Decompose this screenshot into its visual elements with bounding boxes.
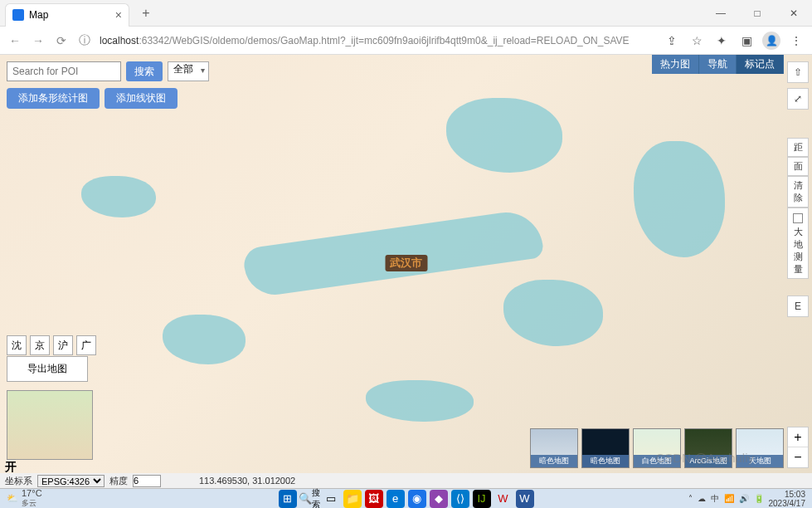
windows-taskbar: ⛅ 17°C 多云 ⊞ 🔍 搜索 ▭ 📁 🖼 e ◉ ◆ ⟨⟩ IJ W W ˄… bbox=[0, 488, 812, 508]
basemap-dark1[interactable]: 暗色地图 bbox=[530, 428, 578, 468]
close-window-icon[interactable]: ✕ bbox=[776, 0, 812, 27]
clear-tool[interactable]: 清除 bbox=[787, 176, 809, 208]
vscode-icon[interactable]: ⟨⟩ bbox=[451, 490, 469, 508]
lake bbox=[163, 315, 246, 364]
area-tool[interactable]: 面 bbox=[787, 157, 809, 176]
city-beijing[interactable]: 京 bbox=[30, 335, 50, 355]
profile-avatar[interactable]: 👤 bbox=[762, 32, 780, 50]
back-icon[interactable]: ← bbox=[7, 34, 23, 47]
tray-arrow-icon[interactable]: ˄ bbox=[688, 494, 693, 503]
city-shenyang[interactable]: 沈 bbox=[7, 335, 27, 355]
overview-map[interactable] bbox=[7, 390, 93, 460]
precision-input[interactable] bbox=[133, 475, 161, 487]
geodesic-label: 大地测量 bbox=[794, 227, 803, 274]
volume-icon[interactable]: 🔊 bbox=[739, 494, 749, 503]
watermark: CSDN @Anchuliy bbox=[655, 451, 754, 465]
coordinates-readout: 113.469530, 31.012002 bbox=[199, 476, 295, 486]
window-titlebar: Map × + — □ ✕ bbox=[0, 0, 812, 27]
intellij-icon[interactable]: IJ bbox=[473, 490, 491, 508]
distance-tool[interactable]: 距 bbox=[787, 138, 809, 157]
search-input[interactable] bbox=[7, 61, 121, 81]
onedrive-icon[interactable]: ☁ bbox=[698, 494, 706, 503]
task-view-icon[interactable]: ▭ bbox=[322, 490, 340, 508]
clock-date: 2023/4/17 bbox=[769, 499, 806, 508]
minimize-icon[interactable]: — bbox=[703, 0, 739, 27]
lake bbox=[634, 141, 725, 257]
url-field[interactable]: localhost:63342/WebGIS/oldemo/demos/GaoM… bbox=[100, 35, 656, 46]
explorer-icon[interactable]: 📁 bbox=[343, 490, 362, 508]
favicon bbox=[12, 9, 24, 21]
weather-condition: 多云 bbox=[22, 498, 42, 508]
lake bbox=[81, 176, 156, 217]
new-tab-button[interactable]: + bbox=[134, 2, 158, 25]
taskbar-search[interactable]: 🔍 搜索 bbox=[300, 490, 318, 508]
basemap-label: 暗色地图 bbox=[531, 455, 577, 467]
photos-icon[interactable]: 🖼 bbox=[365, 490, 383, 508]
lake bbox=[503, 280, 603, 346]
map-layer-tabs: 热力图 导航 标记点 bbox=[652, 55, 784, 74]
fullscreen-icon[interactable]: ⤢ bbox=[787, 88, 809, 110]
wps-icon[interactable]: W bbox=[494, 490, 513, 508]
precision-label: 精度 bbox=[109, 475, 128, 487]
city-shanghai[interactable]: 沪 bbox=[53, 335, 73, 355]
url-path: :63342/WebGIS/oldemo/demos/GaoMap.html?_… bbox=[139, 35, 629, 46]
geodesic-checkbox[interactable] bbox=[793, 213, 803, 223]
extensions-icon[interactable]: ✦ bbox=[712, 34, 731, 47]
export-map-button[interactable]: 导出地图 bbox=[7, 356, 88, 382]
url-host: localhost bbox=[100, 35, 139, 46]
weather-icon[interactable]: ⛅ bbox=[7, 493, 18, 504]
ime-indicator[interactable]: 中 bbox=[711, 493, 719, 505]
share-icon[interactable]: ⇪ bbox=[663, 34, 681, 47]
basemap-dark2[interactable]: 暗色地图 bbox=[581, 428, 630, 468]
category-select[interactable]: 全部 bbox=[168, 61, 209, 81]
forward-icon: → bbox=[30, 34, 46, 47]
zoom-in-button[interactable]: + bbox=[788, 427, 808, 447]
menu-icon[interactable]: ⋮ bbox=[787, 34, 805, 47]
info-icon[interactable]: ⓘ bbox=[76, 33, 93, 48]
search-button[interactable]: 搜索 bbox=[126, 61, 163, 81]
address-bar: ← → ⟳ ⓘ localhost:63342/WebGIS/oldemo/de… bbox=[0, 27, 812, 55]
word-icon[interactable]: W bbox=[516, 490, 534, 508]
clock-time[interactable]: 15:03 bbox=[769, 490, 806, 499]
maximize-icon[interactable]: □ bbox=[739, 0, 776, 27]
wifi-icon[interactable]: 📶 bbox=[724, 494, 734, 503]
tab-title: Map bbox=[29, 9, 48, 21]
map-canvas[interactable]: 武汉市 搜索 全部 添加条形统计图 添加线状图 热力图 导航 标记点 ⇧ ⤢ 距… bbox=[0, 55, 812, 488]
crs-select[interactable]: EPSG:4326 bbox=[37, 475, 105, 487]
start-icon[interactable]: ⊞ bbox=[279, 490, 297, 508]
battery-icon[interactable]: 🔋 bbox=[754, 494, 764, 503]
basemap-label: 暗色地图 bbox=[582, 455, 629, 467]
add-line-chart-button[interactable]: 添加线状图 bbox=[105, 88, 177, 109]
browser-tab[interactable]: Map × bbox=[5, 3, 129, 27]
edge-icon[interactable]: e bbox=[387, 490, 405, 508]
north-arrow-icon[interactable]: ⇧ bbox=[787, 61, 809, 83]
crs-label: 坐标系 bbox=[5, 475, 32, 487]
chrome-icon[interactable]: ◉ bbox=[408, 490, 426, 508]
reading-list-icon[interactable]: ▣ bbox=[737, 34, 756, 47]
city-guangzhou[interactable]: 广 bbox=[76, 335, 96, 355]
status-bar: 坐标系 EPSG:4326 精度 113.469530, 31.012002 bbox=[0, 473, 812, 488]
reload-icon[interactable]: ⟳ bbox=[53, 34, 70, 47]
vs-icon[interactable]: ◆ bbox=[430, 490, 448, 508]
add-bar-chart-button[interactable]: 添加条形统计图 bbox=[7, 88, 100, 109]
geodesic-toggle[interactable]: 大地测量 bbox=[787, 208, 809, 279]
tab-marker[interactable]: 标记点 bbox=[737, 55, 784, 74]
east-indicator[interactable]: E bbox=[787, 296, 809, 317]
zoom-out-button[interactable]: − bbox=[788, 447, 808, 467]
tab-navigation[interactable]: 导航 bbox=[699, 55, 737, 74]
city-label: 武汉市 bbox=[385, 255, 427, 271]
zoom-control: + − bbox=[787, 427, 809, 468]
tab-heatmap[interactable]: 热力图 bbox=[652, 55, 699, 74]
river bbox=[241, 208, 544, 299]
city-shortcuts: 沈 京 沪 广 bbox=[7, 335, 96, 355]
lake bbox=[366, 380, 474, 422]
temperature: 17°C bbox=[22, 488, 42, 498]
star-icon[interactable]: ☆ bbox=[688, 34, 706, 47]
close-icon[interactable]: × bbox=[115, 8, 122, 22]
lake bbox=[446, 98, 562, 173]
